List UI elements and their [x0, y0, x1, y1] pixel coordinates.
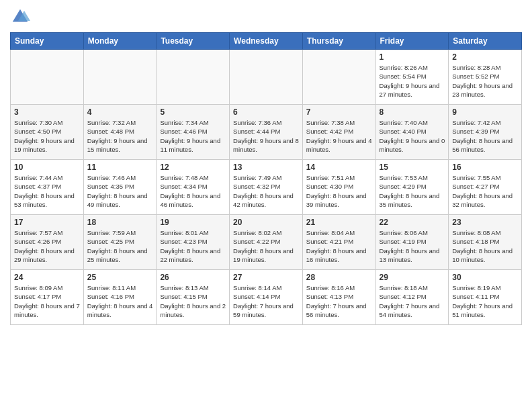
- day-info: Sunrise: 7:42 AM Sunset: 4:39 PM Dayligh…: [452, 118, 518, 154]
- calendar-week-5: 24Sunrise: 8:09 AM Sunset: 4:17 PM Dayli…: [11, 270, 522, 325]
- calendar-cell: 12Sunrise: 7:48 AM Sunset: 4:34 PM Dayli…: [157, 160, 230, 215]
- day-number: 21: [306, 218, 372, 227]
- day-info: Sunrise: 7:38 AM Sunset: 4:42 PM Dayligh…: [306, 118, 372, 154]
- calendar-cell: 1Sunrise: 8:26 AM Sunset: 5:54 PM Daylig…: [375, 50, 449, 105]
- day-number: 14: [306, 163, 372, 172]
- day-number: 9: [452, 107, 518, 117]
- calendar-cell: 21Sunrise: 8:04 AM Sunset: 4:21 PM Dayli…: [302, 215, 375, 270]
- calendar-cell: 19Sunrise: 8:01 AM Sunset: 4:23 PM Dayli…: [157, 215, 230, 270]
- calendar-cell: 30Sunrise: 8:19 AM Sunset: 4:11 PM Dayli…: [449, 270, 522, 325]
- day-number: 30: [452, 273, 518, 282]
- day-number: 25: [87, 273, 153, 282]
- calendar-cell: [83, 50, 157, 105]
- day-number: 13: [233, 163, 299, 172]
- day-info: Sunrise: 8:06 AM Sunset: 4:19 PM Dayligh…: [380, 228, 445, 264]
- day-info: Sunrise: 7:34 AM Sunset: 4:46 PM Dayligh…: [160, 118, 226, 154]
- day-info: Sunrise: 7:40 AM Sunset: 4:40 PM Dayligh…: [380, 118, 445, 154]
- day-info: Sunrise: 8:08 AM Sunset: 4:18 PM Dayligh…: [452, 228, 518, 264]
- day-number: 19: [160, 218, 226, 227]
- day-info: Sunrise: 8:26 AM Sunset: 5:54 PM Dayligh…: [380, 63, 445, 99]
- day-info: Sunrise: 8:13 AM Sunset: 4:15 PM Dayligh…: [160, 283, 226, 319]
- calendar-cell: 3Sunrise: 7:30 AM Sunset: 4:50 PM Daylig…: [11, 105, 84, 160]
- col-friday: Friday: [375, 33, 449, 50]
- calendar-cell: 20Sunrise: 8:02 AM Sunset: 4:22 PM Dayli…: [230, 215, 303, 270]
- day-number: 29: [380, 273, 445, 282]
- calendar-body: 1Sunrise: 8:26 AM Sunset: 5:54 PM Daylig…: [11, 50, 522, 325]
- day-info: Sunrise: 8:09 AM Sunset: 4:17 PM Dayligh…: [14, 283, 80, 319]
- calendar-cell: 7Sunrise: 7:38 AM Sunset: 4:42 PM Daylig…: [302, 105, 375, 160]
- day-number: 26: [160, 273, 226, 282]
- day-info: Sunrise: 7:55 AM Sunset: 4:27 PM Dayligh…: [452, 173, 518, 209]
- day-info: Sunrise: 7:53 AM Sunset: 4:29 PM Dayligh…: [380, 173, 445, 209]
- day-info: Sunrise: 8:04 AM Sunset: 4:21 PM Dayligh…: [306, 228, 372, 264]
- calendar-header: Sunday Monday Tuesday Wednesday Thursday…: [11, 33, 522, 50]
- day-info: Sunrise: 7:32 AM Sunset: 4:48 PM Dayligh…: [87, 118, 153, 154]
- col-wednesday: Wednesday: [230, 33, 303, 50]
- calendar-cell: 9Sunrise: 7:42 AM Sunset: 4:39 PM Daylig…: [449, 105, 522, 160]
- calendar-cell: 6Sunrise: 7:36 AM Sunset: 4:44 PM Daylig…: [230, 105, 303, 160]
- col-sunday: Sunday: [11, 33, 84, 50]
- calendar-cell: 4Sunrise: 7:32 AM Sunset: 4:48 PM Daylig…: [83, 105, 157, 160]
- day-number: 24: [14, 273, 80, 282]
- day-info: Sunrise: 7:36 AM Sunset: 4:44 PM Dayligh…: [233, 118, 299, 154]
- day-number: 4: [87, 107, 153, 117]
- day-number: 2: [452, 52, 518, 62]
- day-number: 10: [14, 163, 80, 172]
- calendar-week-3: 10Sunrise: 7:44 AM Sunset: 4:37 PM Dayli…: [11, 160, 522, 215]
- col-monday: Monday: [83, 33, 157, 50]
- day-info: Sunrise: 7:51 AM Sunset: 4:30 PM Dayligh…: [306, 173, 372, 209]
- calendar-cell: 23Sunrise: 8:08 AM Sunset: 4:18 PM Dayli…: [449, 215, 522, 270]
- day-number: 23: [452, 218, 518, 227]
- header: [10, 7, 522, 27]
- day-number: 27: [233, 273, 299, 282]
- calendar-cell: 11Sunrise: 7:46 AM Sunset: 4:35 PM Dayli…: [83, 160, 157, 215]
- day-number: 28: [306, 273, 372, 282]
- day-number: 5: [160, 107, 226, 117]
- calendar-cell: 17Sunrise: 7:57 AM Sunset: 4:26 PM Dayli…: [11, 215, 84, 270]
- day-number: 1: [380, 52, 445, 62]
- calendar-cell: 16Sunrise: 7:55 AM Sunset: 4:27 PM Dayli…: [449, 160, 522, 215]
- calendar-cell: 14Sunrise: 7:51 AM Sunset: 4:30 PM Dayli…: [302, 160, 375, 215]
- calendar-cell: [302, 50, 375, 105]
- day-info: Sunrise: 7:48 AM Sunset: 4:34 PM Dayligh…: [160, 173, 226, 209]
- calendar-cell: 13Sunrise: 7:49 AM Sunset: 4:32 PM Dayli…: [230, 160, 303, 215]
- day-number: 20: [233, 218, 299, 227]
- day-number: 8: [380, 107, 445, 117]
- day-info: Sunrise: 8:28 AM Sunset: 5:52 PM Dayligh…: [452, 63, 518, 99]
- day-number: 12: [160, 163, 226, 172]
- calendar-cell: 2Sunrise: 8:28 AM Sunset: 5:52 PM Daylig…: [449, 50, 522, 105]
- day-info: Sunrise: 8:01 AM Sunset: 4:23 PM Dayligh…: [160, 228, 226, 264]
- day-info: Sunrise: 7:30 AM Sunset: 4:50 PM Dayligh…: [14, 118, 80, 154]
- day-info: Sunrise: 8:02 AM Sunset: 4:22 PM Dayligh…: [233, 228, 299, 264]
- day-number: 7: [306, 107, 372, 117]
- calendar-table: Sunday Monday Tuesday Wednesday Thursday…: [10, 32, 522, 325]
- day-number: 3: [14, 107, 80, 117]
- calendar-cell: 25Sunrise: 8:11 AM Sunset: 4:16 PM Dayli…: [83, 270, 157, 325]
- day-info: Sunrise: 7:59 AM Sunset: 4:25 PM Dayligh…: [87, 228, 153, 264]
- col-tuesday: Tuesday: [157, 33, 230, 50]
- calendar-week-4: 17Sunrise: 7:57 AM Sunset: 4:26 PM Dayli…: [11, 215, 522, 270]
- day-info: Sunrise: 7:57 AM Sunset: 4:26 PM Dayligh…: [14, 228, 80, 264]
- logo-icon: [10, 7, 30, 27]
- day-info: Sunrise: 8:16 AM Sunset: 4:13 PM Dayligh…: [306, 283, 372, 319]
- calendar-cell: 15Sunrise: 7:53 AM Sunset: 4:29 PM Dayli…: [375, 160, 449, 215]
- day-number: 11: [87, 163, 153, 172]
- logo: [10, 7, 33, 27]
- calendar-cell: 10Sunrise: 7:44 AM Sunset: 4:37 PM Dayli…: [11, 160, 84, 215]
- day-info: Sunrise: 8:14 AM Sunset: 4:14 PM Dayligh…: [233, 283, 299, 319]
- calendar-cell: 5Sunrise: 7:34 AM Sunset: 4:46 PM Daylig…: [157, 105, 230, 160]
- day-info: Sunrise: 8:11 AM Sunset: 4:16 PM Dayligh…: [87, 283, 153, 319]
- day-info: Sunrise: 8:19 AM Sunset: 4:11 PM Dayligh…: [452, 283, 518, 319]
- calendar-cell: 8Sunrise: 7:40 AM Sunset: 4:40 PM Daylig…: [375, 105, 449, 160]
- col-thursday: Thursday: [302, 33, 375, 50]
- calendar-cell: [230, 50, 303, 105]
- day-info: Sunrise: 8:18 AM Sunset: 4:12 PM Dayligh…: [380, 283, 445, 319]
- calendar-week-2: 3Sunrise: 7:30 AM Sunset: 4:50 PM Daylig…: [11, 105, 522, 160]
- day-number: 22: [380, 218, 445, 227]
- calendar-cell: 18Sunrise: 7:59 AM Sunset: 4:25 PM Dayli…: [83, 215, 157, 270]
- page-container: Sunday Monday Tuesday Wednesday Thursday…: [0, 0, 532, 332]
- day-number: 15: [380, 163, 445, 172]
- header-row: Sunday Monday Tuesday Wednesday Thursday…: [11, 33, 522, 50]
- day-info: Sunrise: 7:46 AM Sunset: 4:35 PM Dayligh…: [87, 173, 153, 209]
- calendar-cell: 26Sunrise: 8:13 AM Sunset: 4:15 PM Dayli…: [157, 270, 230, 325]
